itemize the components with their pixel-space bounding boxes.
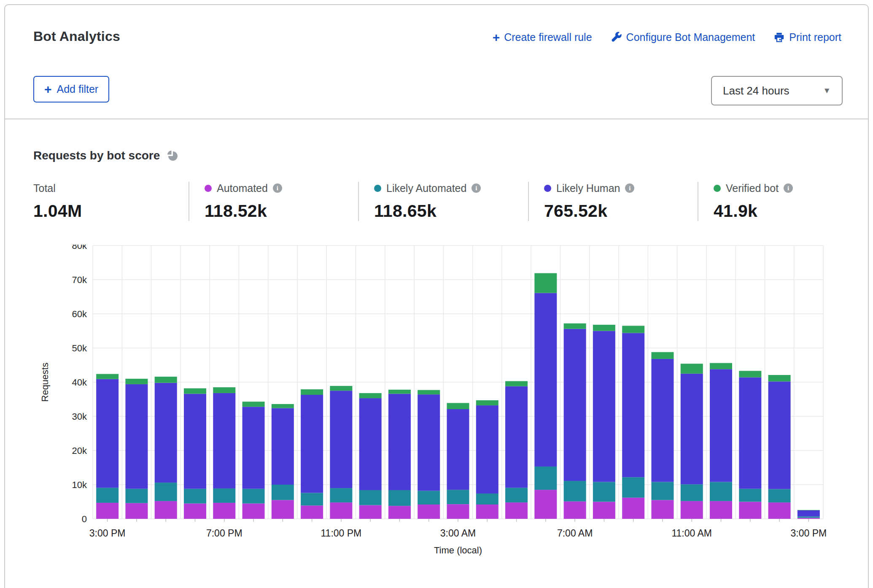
info-icon[interactable]: i [784,183,793,193]
automated-dot [205,185,212,192]
svg-text:Time (local): Time (local) [434,545,482,556]
info-icon[interactable]: i [625,183,634,193]
stat-label: Total [33,182,56,194]
verified-bot-dot [714,185,721,192]
stat-label: Verified bot [726,182,779,194]
stats-row: Total 1.04M Automated i 118.52k Likely A… [33,182,843,221]
stat-automated: Automated i 118.52k [189,182,358,221]
svg-text:50k: 50k [72,343,87,353]
svg-text:40k: 40k [72,377,87,388]
requests-by-bot-score-chart[interactable]: 010k20k30k40k50k60k70k80k3:00 PM7:00 PM1… [26,245,843,560]
create-firewall-rule-link[interactable]: + Create firewall rule [493,31,592,43]
svg-text:3:00 AM: 3:00 AM [440,528,476,539]
svg-text:70k: 70k [72,275,87,285]
requests-section: Requests by bot score Total 1.04M Automa… [5,149,868,560]
card-header: Bot Analytics + Create firewall rule Con… [5,5,868,119]
configure-bot-management-label: Configure Bot Management [626,31,755,43]
header-actions: + Create firewall rule Configure Bot Man… [493,31,841,43]
add-filter-label: Add filter [57,83,99,95]
add-filter-button[interactable]: + Add filter [33,76,109,102]
svg-text:20k: 20k [72,445,87,456]
svg-text:3:00 PM: 3:00 PM [791,528,827,539]
svg-text:80k: 80k [72,245,87,251]
chevron-down-icon: ▼ [823,86,831,95]
bot-analytics-card: Bot Analytics + Create firewall rule Con… [4,4,869,588]
stacked-bar-chart[interactable]: 010k20k30k40k50k60k70k80k3:00 PM7:00 PM1… [26,245,827,560]
plus-icon: + [493,33,500,42]
stat-value: 118.52k [205,201,354,221]
stat-likely-human: Likely Human i 765.52k [528,182,698,221]
likely-human-dot [544,185,551,192]
stat-value: 1.04M [33,201,184,221]
stat-verified-bot: Verified bot i 41.9k [698,182,797,221]
likely-automated-dot [374,185,381,192]
svg-text:11:00 AM: 11:00 AM [671,528,711,539]
filter-row: + Add filter Last 24 hours ▼ [33,76,843,105]
stat-value: 41.9k [714,201,793,221]
time-range-value: Last 24 hours [723,84,789,97]
svg-text:7:00 AM: 7:00 AM [557,528,593,539]
svg-text:60k: 60k [72,309,87,319]
stat-value: 765.52k [544,201,693,221]
info-icon[interactable]: i [273,183,282,193]
print-report-label: Print report [789,31,841,43]
info-icon[interactable]: i [472,183,481,193]
stat-total: Total 1.04M [33,182,189,221]
section-title: Requests by bot score [33,149,160,162]
stat-label: Likely Automated [386,182,466,194]
svg-text:Requests: Requests [40,363,50,402]
stat-value: 118.65k [374,201,524,221]
printer-icon [773,32,785,43]
wrench-icon [611,32,622,43]
page-title: Bot Analytics [33,29,120,44]
plus-icon: + [44,85,52,94]
svg-text:11:00 PM: 11:00 PM [321,528,362,539]
svg-text:10k: 10k [72,480,87,490]
svg-text:30k: 30k [72,411,87,422]
time-range-dropdown[interactable]: Last 24 hours ▼ [711,76,843,105]
stat-likely-automated: Likely Automated i 118.65k [358,182,528,221]
svg-text:3:00 PM: 3:00 PM [89,528,126,539]
svg-text:7:00 PM: 7:00 PM [206,528,242,539]
configure-bot-management-link[interactable]: Configure Bot Management [611,31,755,43]
stat-label: Likely Human [556,182,620,194]
pie-chart-icon [167,150,178,162]
create-firewall-rule-label: Create firewall rule [504,31,592,43]
stat-label: Automated [217,182,268,194]
svg-text:0: 0 [82,514,87,524]
print-report-link[interactable]: Print report [773,31,841,43]
